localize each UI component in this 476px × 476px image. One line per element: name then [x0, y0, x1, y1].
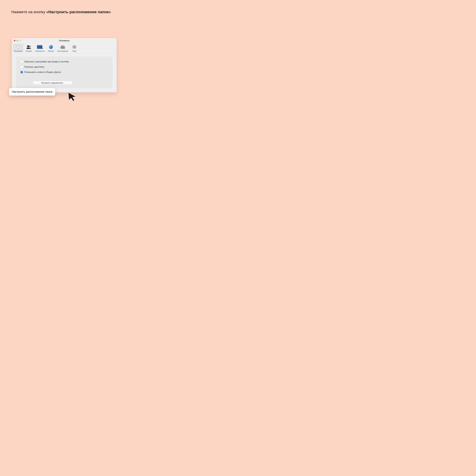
checkbox-row-show-dropzone[interactable]: Показать дропзону	[21, 66, 108, 68]
tab-proxy[interactable]: Прокси	[46, 44, 56, 52]
svg-point-4	[29, 46, 31, 47]
checkbox-label: Показывать новости Яндекс.Диска	[24, 71, 61, 73]
cursor-icon	[68, 92, 77, 102]
svg-rect-24	[75, 46, 76, 46]
preferences-toolbar: Основные Аккаунт	[12, 43, 117, 53]
instruction-prefix: Нажмите на кнопку	[11, 10, 46, 14]
screenshot-icon	[37, 45, 43, 50]
checkbox-row-launch-on-login[interactable]: Запускать программу при входе в систему	[21, 60, 108, 63]
checkbox-icon[interactable]	[21, 66, 23, 68]
svg-rect-19	[74, 48, 75, 49]
svg-rect-23	[75, 48, 76, 49]
svg-rect-22	[73, 46, 73, 46]
checkbox-row-show-news[interactable]: Показывать новости Яндекс.Диска	[21, 71, 108, 73]
window-titlebar: Основные	[12, 38, 117, 43]
folder-location-tooltip[interactable]: Настроить расположение папок	[9, 88, 55, 96]
tab-screenshots[interactable]: Скриншоты	[34, 44, 46, 52]
tab-more-label: Ещё	[73, 50, 76, 52]
users-icon	[26, 45, 32, 50]
svg-rect-18	[74, 45, 75, 46]
globe-icon	[49, 45, 53, 50]
tab-autoload[interactable]: Автозагрузка	[56, 44, 69, 52]
tab-account-label: Аккаунт	[26, 50, 32, 52]
checkbox-label: Показать дропзону	[24, 66, 44, 68]
preferences-window: Основные Основные	[12, 38, 117, 92]
notifications-button[interactable]: Настроить уведомления...	[33, 81, 72, 85]
tooltip-label: Настроить расположение папок	[12, 90, 52, 93]
svg-rect-21	[76, 47, 76, 47]
tab-account[interactable]: Аккаунт	[24, 44, 34, 52]
tab-screenshots-label: Скриншоты	[35, 50, 45, 52]
checkbox-icon[interactable]	[21, 71, 23, 73]
tab-autoload-label: Автозагрузка	[57, 50, 68, 52]
tab-general[interactable]: Основные	[13, 44, 23, 52]
svg-point-26	[74, 47, 75, 48]
svg-rect-20	[72, 47, 73, 47]
notifications-button-label: Настроить уведомления...	[41, 82, 64, 84]
minimize-icon[interactable]	[17, 40, 18, 41]
maximize-icon	[19, 40, 21, 41]
window-title: Основные	[59, 39, 69, 42]
switch-icon	[16, 45, 20, 50]
tab-proxy-label: Прокси	[48, 50, 54, 52]
camera-icon	[60, 45, 65, 50]
svg-point-16	[62, 47, 63, 48]
svg-rect-5	[37, 45, 42, 49]
preferences-content: Запускать программу при входе в систему …	[12, 53, 117, 92]
svg-rect-2	[18, 46, 19, 47]
gear-icon	[72, 45, 77, 50]
tab-general-label: Основные	[14, 50, 22, 52]
close-icon[interactable]	[14, 40, 16, 41]
instruction-bold: «Настроить расположение папок»	[46, 10, 111, 14]
tab-more[interactable]: Ещё	[70, 44, 79, 52]
checkbox-label: Запускать программу при входе в систему	[24, 60, 69, 63]
svg-point-3	[27, 45, 29, 47]
checkbox-icon[interactable]	[21, 61, 23, 63]
svg-rect-25	[73, 48, 73, 49]
instruction-text: Нажмите на кнопку «Настроить расположени…	[11, 10, 117, 15]
window-traffic-lights	[14, 40, 21, 41]
svg-rect-14	[62, 45, 63, 46]
